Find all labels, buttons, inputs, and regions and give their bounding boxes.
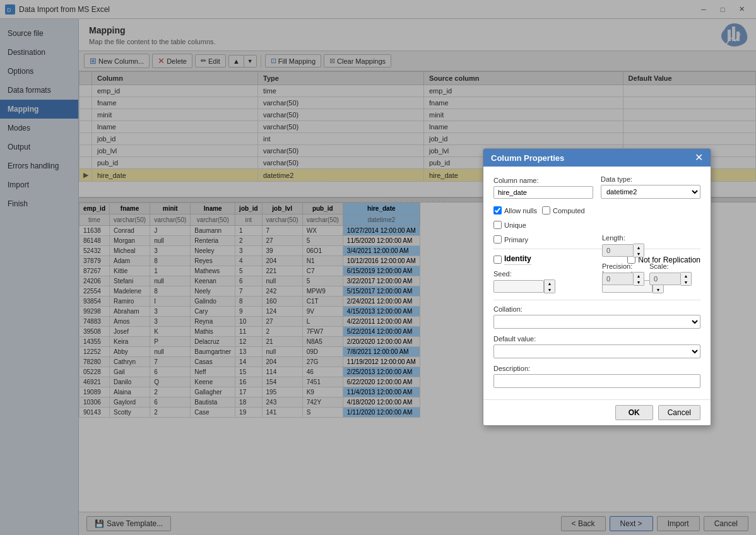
- modal-title: Column Properties: [491, 153, 564, 163]
- unique-label: Unique: [504, 221, 526, 229]
- length-label: Length:: [602, 234, 692, 242]
- computed-label: Computed: [553, 207, 585, 215]
- primary-checkbox[interactable]: [493, 235, 502, 244]
- data-type-select[interactable]: datetime2 int varchar(50) time bigint: [601, 185, 700, 199]
- length-input[interactable]: [602, 244, 634, 257]
- seed-up-button[interactable]: ▲: [545, 280, 555, 286]
- collation-select[interactable]: [493, 315, 700, 329]
- primary-label: Primary: [504, 236, 528, 244]
- scale-down-button[interactable]: ▼: [681, 279, 691, 285]
- computed-checkbox[interactable]: [542, 206, 550, 215]
- length-down-button[interactable]: ▼: [634, 250, 644, 257]
- modal-close-button[interactable]: ✕: [695, 153, 703, 163]
- precision-input[interactable]: [602, 273, 634, 285]
- allow-nulls-checkbox[interactable]: [493, 206, 502, 215]
- seed-input[interactable]: [493, 280, 544, 293]
- length-up-button[interactable]: ▲: [634, 244, 644, 250]
- increment-down-button[interactable]: ▼: [653, 286, 663, 293]
- description-input[interactable]: [493, 374, 700, 388]
- precision-label: Precision:: [602, 262, 644, 270]
- unique-checkbox[interactable]: [493, 221, 502, 229]
- size-fields: Length: ▲ ▼ Precision:: [602, 234, 692, 286]
- cancel-modal-button[interactable]: Cancel: [658, 405, 700, 420]
- allow-nulls-label: Allow nulls: [504, 207, 537, 215]
- scale-label: Scale:: [649, 262, 692, 270]
- divider2: [493, 300, 700, 300]
- modal-footer: OK Cancel: [483, 399, 711, 425]
- checkboxes-row: Allow nulls Computed: [493, 206, 700, 215]
- identity-checkbox[interactable]: [493, 256, 502, 264]
- identity-label: Identity: [504, 254, 531, 265]
- checkboxes-row2: Unique: [493, 221, 700, 229]
- modal-body: Column name: Data type: datetime2 int va…: [483, 167, 711, 399]
- precision-down-button[interactable]: ▼: [634, 279, 644, 285]
- modal-overlay[interactable]: Column Properties ✕ Column name: Data ty…: [0, 0, 756, 535]
- precision-up-button[interactable]: ▲: [634, 273, 644, 279]
- modal-header: Column Properties ✕: [483, 149, 711, 167]
- seed-label: Seed:: [493, 270, 592, 278]
- data-type-label: Data type:: [601, 175, 700, 183]
- default-value-select[interactable]: [493, 344, 700, 358]
- column-name-label: Column name:: [493, 177, 593, 184]
- ok-button[interactable]: OK: [615, 405, 653, 420]
- scale-up-button[interactable]: ▲: [681, 273, 691, 279]
- seed-down-button[interactable]: ▼: [545, 286, 555, 293]
- column-name-input[interactable]: [493, 186, 593, 199]
- collation-label: Collation:: [493, 305, 700, 313]
- column-properties-modal: Column Properties ✕ Column name: Data ty…: [483, 148, 711, 426]
- default-value-label: Default value:: [493, 335, 700, 343]
- scale-input[interactable]: [649, 273, 681, 285]
- description-label: Description:: [493, 365, 700, 372]
